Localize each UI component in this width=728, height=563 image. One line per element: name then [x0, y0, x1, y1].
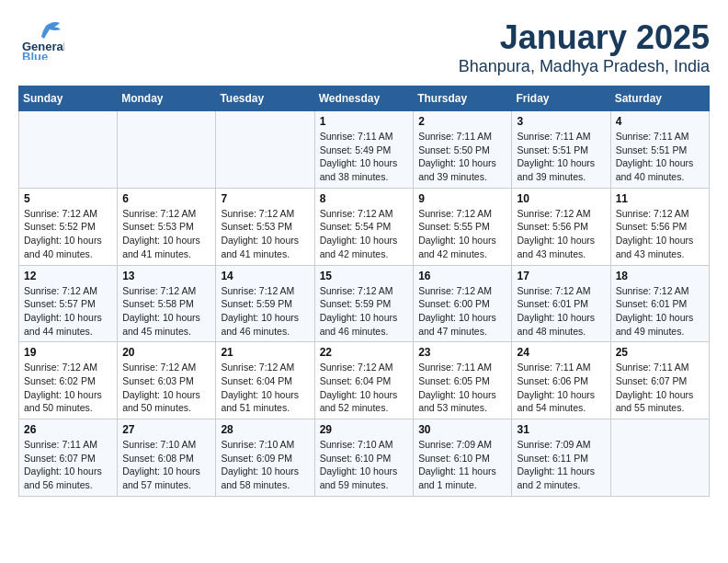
table-row: 15 Sunrise: 7:12 AMSunset: 5:59 PMDaylig… [314, 265, 414, 342]
table-row: 7 Sunrise: 7:12 AMSunset: 5:53 PMDayligh… [216, 188, 314, 265]
day-info: Sunrise: 7:12 AMSunset: 5:59 PMDaylight:… [320, 284, 409, 339]
day-info: Sunrise: 7:12 AMSunset: 5:53 PMDaylight:… [122, 207, 210, 261]
day-info: Sunrise: 7:12 AMSunset: 5:56 PMDaylight:… [616, 207, 704, 261]
day-info: Sunrise: 7:09 AMSunset: 6:11 PMDaylight:… [517, 438, 605, 492]
day-info: Sunrise: 7:12 AMSunset: 5:55 PMDaylight:… [418, 207, 506, 261]
table-row: 20 Sunrise: 7:12 AMSunset: 6:03 PMDaylig… [118, 342, 216, 419]
table-row: 6 Sunrise: 7:12 AMSunset: 5:53 PMDayligh… [118, 188, 216, 265]
day-number: 29 [320, 423, 409, 436]
calendar-week-row: 1 Sunrise: 7:11 AMSunset: 5:49 PMDayligh… [19, 111, 710, 189]
day-number: 10 [517, 192, 605, 205]
calendar-table: Sunday Monday Tuesday Wednesday Thursday… [18, 86, 710, 497]
day-info: Sunrise: 7:10 AMSunset: 6:08 PMDaylight:… [122, 438, 210, 492]
day-number: 13 [122, 270, 210, 282]
day-info: Sunrise: 7:11 AMSunset: 6:07 PMDaylight:… [24, 438, 112, 492]
day-info: Sunrise: 7:12 AMSunset: 6:04 PMDaylight:… [320, 361, 409, 415]
table-row: 5 Sunrise: 7:12 AMSunset: 5:52 PMDayligh… [19, 188, 118, 265]
day-number: 8 [320, 192, 409, 205]
table-row: 24 Sunrise: 7:11 AMSunset: 6:06 PMDaylig… [512, 342, 610, 419]
day-info: Sunrise: 7:12 AMSunset: 5:58 PMDaylight:… [122, 284, 210, 339]
table-row: 22 Sunrise: 7:12 AMSunset: 6:04 PMDaylig… [314, 342, 414, 419]
day-number: 24 [517, 346, 605, 359]
table-row: 19 Sunrise: 7:12 AMSunset: 6:02 PMDaylig… [19, 342, 118, 419]
header-friday: Friday [512, 86, 610, 111]
day-number: 22 [320, 346, 409, 359]
calendar-week-row: 19 Sunrise: 7:12 AMSunset: 6:02 PMDaylig… [19, 342, 710, 419]
table-row [216, 111, 314, 189]
table-row: 26 Sunrise: 7:11 AMSunset: 6:07 PMDaylig… [19, 419, 118, 497]
day-number: 17 [517, 270, 605, 282]
page-header: General Blue January 2025 Bhanpura, Madh… [18, 18, 710, 76]
logo: General Blue [18, 18, 64, 60]
day-info: Sunrise: 7:12 AMSunset: 6:04 PMDaylight:… [221, 361, 309, 415]
header-saturday: Saturday [610, 86, 709, 111]
day-number: 30 [418, 423, 506, 436]
calendar-week-row: 26 Sunrise: 7:11 AMSunset: 6:07 PMDaylig… [19, 419, 710, 497]
day-number: 15 [320, 270, 409, 282]
day-number: 21 [221, 346, 309, 359]
day-info: Sunrise: 7:12 AMSunset: 5:56 PMDaylight:… [517, 207, 605, 261]
day-number: 2 [418, 115, 506, 128]
day-number: 28 [221, 423, 309, 436]
table-row: 27 Sunrise: 7:10 AMSunset: 6:08 PMDaylig… [118, 419, 216, 497]
table-row: 1 Sunrise: 7:11 AMSunset: 5:49 PMDayligh… [314, 111, 414, 189]
day-info: Sunrise: 7:09 AMSunset: 6:10 PMDaylight:… [418, 438, 506, 492]
day-info: Sunrise: 7:12 AMSunset: 6:00 PMDaylight:… [418, 284, 506, 339]
table-row: 30 Sunrise: 7:09 AMSunset: 6:10 PMDaylig… [414, 419, 512, 497]
table-row: 12 Sunrise: 7:12 AMSunset: 5:57 PMDaylig… [19, 265, 118, 342]
day-info: Sunrise: 7:12 AMSunset: 5:52 PMDaylight:… [24, 207, 112, 261]
calendar-week-row: 5 Sunrise: 7:12 AMSunset: 5:52 PMDayligh… [19, 188, 710, 265]
table-row: 23 Sunrise: 7:11 AMSunset: 6:05 PMDaylig… [414, 342, 512, 419]
day-number: 26 [24, 423, 112, 436]
header-sunday: Sunday [19, 86, 118, 111]
day-number: 18 [616, 270, 704, 282]
header-thursday: Thursday [414, 86, 512, 111]
day-number: 11 [616, 192, 704, 205]
table-row: 14 Sunrise: 7:12 AMSunset: 5:59 PMDaylig… [216, 265, 314, 342]
day-info: Sunrise: 7:11 AMSunset: 5:51 PMDaylight:… [616, 130, 704, 184]
table-row: 11 Sunrise: 7:12 AMSunset: 5:56 PMDaylig… [610, 188, 709, 265]
day-number: 25 [616, 346, 704, 359]
title-block: January 2025 Bhanpura, Madhya Pradesh, I… [459, 18, 710, 76]
table-row [610, 419, 709, 497]
table-row: 9 Sunrise: 7:12 AMSunset: 5:55 PMDayligh… [414, 188, 512, 265]
header-row: Sunday Monday Tuesday Wednesday Thursday… [19, 86, 710, 111]
day-number: 27 [122, 423, 210, 436]
day-number: 7 [221, 192, 309, 205]
table-row [19, 111, 118, 189]
day-info: Sunrise: 7:12 AMSunset: 5:59 PMDaylight:… [221, 284, 309, 339]
day-info: Sunrise: 7:12 AMSunset: 6:02 PMDaylight:… [24, 361, 112, 415]
table-row [118, 111, 216, 189]
day-number: 14 [221, 270, 309, 282]
day-info: Sunrise: 7:10 AMSunset: 6:10 PMDaylight:… [320, 438, 409, 492]
day-info: Sunrise: 7:12 AMSunset: 5:54 PMDaylight:… [320, 207, 409, 261]
table-row: 13 Sunrise: 7:12 AMSunset: 5:58 PMDaylig… [118, 265, 216, 342]
day-info: Sunrise: 7:10 AMSunset: 6:09 PMDaylight:… [221, 438, 309, 492]
logo-icon: General Blue [18, 18, 64, 60]
table-row: 10 Sunrise: 7:12 AMSunset: 5:56 PMDaylig… [512, 188, 610, 265]
day-info: Sunrise: 7:12 AMSunset: 6:01 PMDaylight:… [616, 284, 704, 339]
day-info: Sunrise: 7:12 AMSunset: 6:01 PMDaylight:… [517, 284, 605, 339]
day-info: Sunrise: 7:11 AMSunset: 6:05 PMDaylight:… [418, 361, 506, 415]
table-row: 4 Sunrise: 7:11 AMSunset: 5:51 PMDayligh… [610, 111, 709, 189]
day-info: Sunrise: 7:11 AMSunset: 6:07 PMDaylight:… [616, 361, 704, 415]
day-number: 23 [418, 346, 506, 359]
calendar-subtitle: Bhanpura, Madhya Pradesh, India [459, 57, 710, 76]
day-info: Sunrise: 7:11 AMSunset: 5:49 PMDaylight:… [320, 130, 409, 184]
table-row: 28 Sunrise: 7:10 AMSunset: 6:09 PMDaylig… [216, 419, 314, 497]
day-number: 12 [24, 270, 112, 282]
calendar-title: January 2025 [459, 18, 710, 57]
day-info: Sunrise: 7:11 AMSunset: 5:50 PMDaylight:… [418, 130, 506, 184]
table-row: 29 Sunrise: 7:10 AMSunset: 6:10 PMDaylig… [314, 419, 414, 497]
day-number: 6 [122, 192, 210, 205]
day-number: 4 [616, 115, 704, 128]
table-row: 8 Sunrise: 7:12 AMSunset: 5:54 PMDayligh… [314, 188, 414, 265]
day-number: 19 [24, 346, 112, 359]
day-number: 20 [122, 346, 210, 359]
day-info: Sunrise: 7:11 AMSunset: 6:06 PMDaylight:… [517, 361, 605, 415]
day-number: 3 [517, 115, 605, 128]
day-number: 5 [24, 192, 112, 205]
svg-text:Blue: Blue [22, 50, 48, 60]
table-row: 18 Sunrise: 7:12 AMSunset: 6:01 PMDaylig… [610, 265, 709, 342]
table-row: 21 Sunrise: 7:12 AMSunset: 6:04 PMDaylig… [216, 342, 314, 419]
